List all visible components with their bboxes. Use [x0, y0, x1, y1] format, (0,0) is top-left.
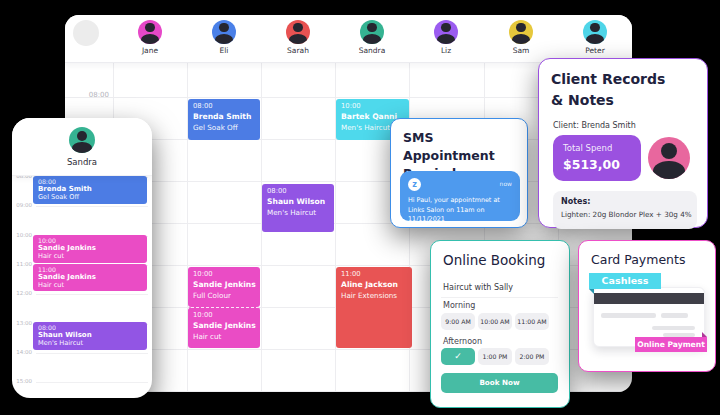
event-name: Aline Jackson — [341, 280, 407, 289]
event-time: 11:00 — [38, 266, 142, 273]
event-name: Brenda Smith — [193, 112, 255, 121]
event-service: Hair cut — [193, 332, 255, 341]
event-name: Shaun Wilson — [267, 197, 329, 206]
staff-name: Peter — [558, 46, 632, 55]
client-name-label: Client: Brenda Smith — [553, 121, 636, 130]
divider — [441, 297, 558, 298]
event-name: Sandie Jenkins — [193, 280, 255, 289]
calendar-event[interactable]: 08:00 Shaun Wilson Men's Haircut — [33, 322, 147, 350]
afternoon-label: Afternoon — [443, 337, 482, 346]
credit-card-line — [601, 313, 656, 318]
avatar-sam — [509, 20, 533, 44]
time-gutter-label: 15:00 — [14, 378, 32, 384]
page: 08:00 08:00 Brenda Smith Gel Soak Off 10… — [0, 0, 720, 415]
event-time: 10:00 — [38, 237, 142, 244]
phone-header: Sandra — [12, 118, 152, 176]
time-gutter-label: 11:00 — [14, 261, 32, 267]
credit-card-stripe — [594, 293, 704, 304]
time-gutter-label: 12:00 — [14, 290, 32, 296]
event-time: 08:00 — [38, 178, 142, 185]
staff-column-peter[interactable]: Peter — [558, 20, 632, 55]
notes-text: Lighten: 20g Blondor Plex + 30g 4% — [561, 210, 697, 219]
event-name: Sandie Jenkins — [38, 273, 142, 281]
avatar-sandra — [69, 127, 95, 153]
event-service: Men's Haircut — [267, 208, 329, 217]
time-gutter-label: 08:00 — [79, 91, 109, 99]
staff-name: Liz — [409, 46, 483, 55]
time-slot-button[interactable]: 10:00 AM — [478, 313, 512, 330]
event-name: Sandie Jenkins — [38, 244, 142, 252]
book-now-button[interactable]: Book Now — [441, 373, 558, 393]
grid-line — [36, 382, 148, 383]
client-records-card: Client Records & Notes Client: Brenda Sm… — [538, 58, 708, 228]
calendar-event[interactable]: 10:00 Sandie Jenkins Full Colour — [188, 267, 260, 307]
notes-box: Notes: Lighten: 20g Blondor Plex + 30g 4… — [553, 191, 697, 229]
card-title: Card Payments — [591, 251, 685, 269]
time-slot-button[interactable]: 9:00 AM — [441, 313, 475, 330]
grid-line — [36, 206, 148, 207]
event-time: 08:00 — [193, 102, 255, 110]
event-service: Gel Soak Off — [193, 123, 255, 132]
event-time: 08:00 — [267, 187, 329, 195]
credit-card-line — [661, 313, 688, 318]
staff-name: Sandra — [335, 46, 409, 55]
time-slot-button[interactable]: 1:00 PM — [478, 348, 512, 365]
total-spend-label: Total Spend — [563, 143, 641, 153]
calendar-event[interactable]: 08:00 Shaun Wilson Men's Haircut — [262, 184, 334, 232]
placeholder-avatar — [73, 20, 99, 46]
sms-notification-bubble[interactable]: z now Hi Paul, your appointmnet at Links… — [400, 171, 520, 221]
app-logo-icon: z — [408, 178, 421, 191]
booking-subtitle: Haircut with Sally — [443, 283, 513, 292]
calendar-event[interactable]: 11:00 Sandie Jenkins Hair cut — [33, 264, 147, 291]
time-gutter-label: 14:00 — [14, 349, 32, 355]
sms-message-line1: Hi Paul, your appointmnet at — [408, 196, 500, 204]
event-time: 10:00 — [193, 270, 255, 278]
staff-column-sarah[interactable]: Sarah — [261, 20, 335, 55]
avatar-liz — [434, 20, 458, 44]
event-time: 08:00 — [38, 324, 142, 331]
time-gutter-label: 13:00 — [14, 320, 32, 326]
time-slot-button[interactable]: 2:00 PM — [515, 348, 549, 365]
staff-column-liz[interactable]: Liz — [409, 20, 483, 55]
event-service: Hair cut — [38, 252, 142, 260]
staff-column-sandra[interactable]: Sandra — [335, 20, 409, 55]
sms-message: Hi Paul, your appointmnet at Links Salon… — [408, 196, 516, 225]
online-payment-ribbon: Online Payment — [635, 337, 707, 352]
event-time: 11:00 — [341, 270, 407, 278]
avatar-eli — [212, 20, 236, 44]
phone-panel: Sandra 08:00 09:00 10:00 11:00 12:00 13:… — [12, 118, 152, 398]
calendar-event[interactable]: 08:00 Brenda Smith Gel Soak Off — [33, 176, 147, 204]
staff-name: Sam — [484, 46, 558, 55]
card-payments-card: Card Payments Cashless Online Payment — [578, 240, 716, 372]
event-name: Shaun Wilson — [38, 331, 142, 339]
event-service: Men's Haircut — [38, 339, 142, 347]
client-avatar — [648, 137, 690, 179]
total-spend-value: $513,00 — [563, 157, 641, 172]
calendar-event[interactable]: 08:00 Brenda Smith Gel Soak Off — [188, 99, 260, 140]
time-slot-button[interactable]: 11:00 AM — [515, 313, 549, 330]
notification-timestamp: now — [500, 180, 512, 187]
event-service: Hair Extensions — [341, 291, 407, 300]
calendar-event[interactable]: 10:00 Sandie Jenkins Hair cut — [33, 235, 147, 263]
calendar-header: Jane Eli Sarah Sandra Liz Sam — [65, 15, 632, 63]
cashless-ribbon: Cashless — [589, 273, 661, 289]
time-slot-selected[interactable]: ✓ — [441, 348, 475, 365]
avatar-sandra — [360, 20, 384, 44]
event-service: Hair cut — [38, 281, 142, 289]
calendar-event[interactable]: 10:00 Sandie Jenkins Hair cut — [188, 307, 260, 348]
ribbon-fold — [589, 289, 594, 294]
notes-label: Notes: — [561, 197, 697, 206]
event-service: Full Colour — [193, 291, 255, 300]
sms-message-line2: Links Salon on 11am on 11/11/2021 — [408, 206, 484, 224]
staff-column-eli[interactable]: Eli — [187, 20, 261, 55]
total-spend-box: Total Spend $513,00 — [553, 135, 641, 181]
event-service: Gel Soak Off — [38, 193, 142, 201]
staff-column-jane[interactable]: Jane — [113, 20, 187, 55]
calendar-event[interactable]: 11:00 Aline Jackson Hair Extensions — [336, 267, 412, 348]
staff-name: Sarah — [261, 46, 335, 55]
event-name: Brenda Smith — [38, 185, 142, 193]
morning-label: Morning — [443, 301, 475, 310]
staff-column-sam[interactable]: Sam — [484, 20, 558, 55]
staff-name: Eli — [187, 46, 261, 55]
time-gutter-label: 09:00 — [14, 202, 32, 208]
